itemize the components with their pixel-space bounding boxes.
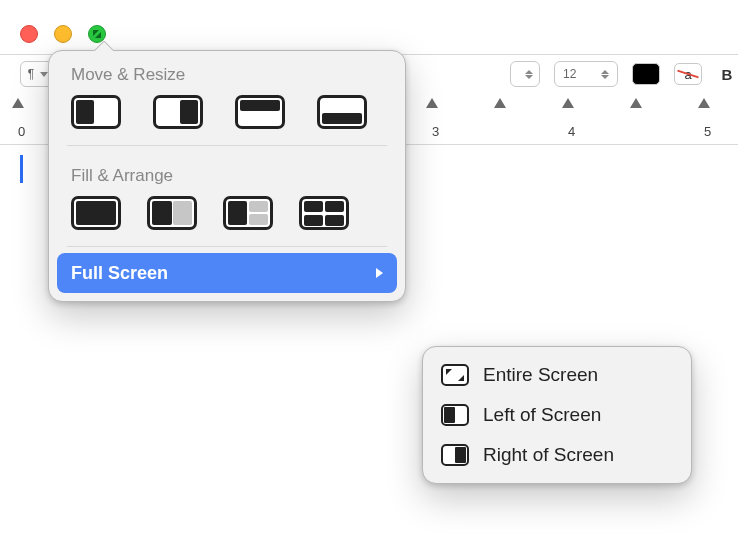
move-resize-row <box>49 91 405 143</box>
full-screen-label: Full Screen <box>71 263 168 284</box>
fill-full-icon[interactable] <box>71 196 121 230</box>
ruler-marker <box>698 98 710 108</box>
ruler-marker <box>494 98 506 108</box>
submenu-item-left-of-screen[interactable]: Left of Screen <box>429 395 685 435</box>
full-screen-submenu: Entire Screen Left of Screen Right of Sc… <box>422 346 692 484</box>
font-size-value: 12 <box>563 67 576 81</box>
ruler-number: 3 <box>432 124 439 139</box>
move-right-half-icon[interactable] <box>153 95 203 129</box>
strikethrough-button[interactable]: a <box>674 63 702 85</box>
ruler-number: 0 <box>18 124 25 139</box>
popover-arrow <box>93 41 113 51</box>
window-layout-popover: Move & Resize Fill & Arrange Full Screen <box>48 50 406 302</box>
bold-button[interactable]: B <box>716 66 738 83</box>
close-button[interactable] <box>20 25 38 43</box>
submenu-label: Left of Screen <box>483 404 601 426</box>
text-color-swatch[interactable] <box>632 63 660 85</box>
move-resize-heading: Move & Resize <box>49 51 405 91</box>
fill-three-pane-icon[interactable] <box>223 196 273 230</box>
full-screen-menu-item[interactable]: Full Screen <box>57 253 397 293</box>
chevron-right-icon <box>376 268 383 278</box>
submenu-label: Right of Screen <box>483 444 614 466</box>
move-left-half-icon[interactable] <box>71 95 121 129</box>
text-cursor <box>20 155 23 183</box>
left-of-screen-icon <box>441 404 469 426</box>
fill-left-split-icon[interactable] <box>147 196 197 230</box>
submenu-label: Entire Screen <box>483 364 598 386</box>
divider <box>67 246 387 247</box>
font-family-dropdown[interactable] <box>510 61 540 87</box>
ruler-marker <box>12 98 24 108</box>
submenu-item-right-of-screen[interactable]: Right of Screen <box>429 435 685 475</box>
submenu-item-entire-screen[interactable]: Entire Screen <box>429 355 685 395</box>
fill-four-pane-icon[interactable] <box>299 196 349 230</box>
ruler-marker <box>426 98 438 108</box>
minimize-button[interactable] <box>54 25 72 43</box>
entire-screen-icon <box>441 364 469 386</box>
move-bottom-half-icon[interactable] <box>317 95 367 129</box>
divider <box>67 145 387 146</box>
ruler-number: 5 <box>704 124 711 139</box>
fill-arrange-heading: Fill & Arrange <box>49 152 405 192</box>
move-top-half-icon[interactable] <box>235 95 285 129</box>
fill-arrange-row <box>49 192 405 244</box>
ruler-number: 4 <box>568 124 575 139</box>
font-size-stepper[interactable]: 12 <box>554 61 618 87</box>
window-background: ¶ 12 a B 0345 Move & Resize Fill & Arran… <box>0 0 738 538</box>
ruler-marker <box>630 98 642 108</box>
right-of-screen-icon <box>441 444 469 466</box>
strike-label: a <box>684 67 691 82</box>
ruler-marker <box>562 98 574 108</box>
